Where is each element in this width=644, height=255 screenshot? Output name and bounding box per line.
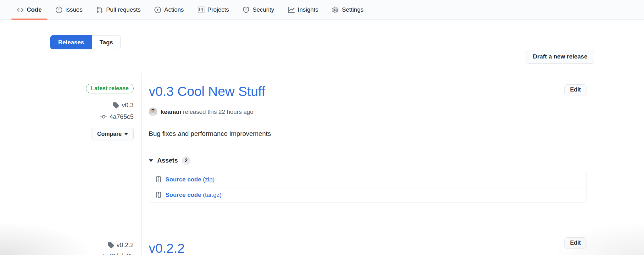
file-zip-icon xyxy=(155,176,162,183)
repo-nav: Code Issues Pull requests Actions Projec… xyxy=(0,0,644,20)
file-zip-icon xyxy=(155,192,162,198)
commit-icon xyxy=(100,114,107,120)
edit-release-button[interactable]: Edit xyxy=(564,84,586,95)
project-icon xyxy=(198,7,204,13)
shield-icon xyxy=(243,7,249,13)
tab-code-label: Code xyxy=(27,6,42,13)
release-commit-label: 4a765c5 xyxy=(109,113,134,120)
release-sidebar: Latest release v0.3 4a765c5 Compare v0.2… xyxy=(50,73,134,255)
issue-opened-icon xyxy=(56,7,62,13)
release-commit-link[interactable]: 21bdc65 xyxy=(100,252,134,255)
tab-settings[interactable]: Settings xyxy=(326,0,369,19)
release-author[interactable]: keanan xyxy=(161,108,181,115)
asset-suffix: (tar.gz) xyxy=(203,191,221,198)
release-commit-label: 21bdc65 xyxy=(109,252,134,255)
avatar[interactable] xyxy=(149,108,157,116)
assets-label: Assets xyxy=(157,157,178,164)
releases-toggle-button[interactable]: Releases xyxy=(50,35,92,49)
compare-button-label: Compare xyxy=(97,131,122,137)
tag-icon xyxy=(108,242,114,248)
tab-settings-label: Settings xyxy=(342,6,364,13)
tab-security-label: Security xyxy=(253,6,274,13)
edit-release-button[interactable]: Edit xyxy=(564,237,586,248)
release-time-text: released this 22 hours ago xyxy=(183,108,253,115)
release-description: Bug fixes and performance improvements xyxy=(149,129,271,139)
latest-release-badge: Latest release xyxy=(86,84,134,93)
release-title-link[interactable]: v0.2.2 xyxy=(149,240,185,255)
play-icon xyxy=(154,7,161,13)
tab-code[interactable]: Code xyxy=(11,0,47,19)
release-byline-text: keanan released this 22 hours ago xyxy=(161,108,253,115)
release-title-link[interactable]: v0.3 Cool New Stuff xyxy=(149,83,265,100)
asset-row-source-targz[interactable]: Source code (tar.gz) xyxy=(149,187,586,202)
tab-actions[interactable]: Actions xyxy=(149,0,189,19)
releases-tags-toggle: Releases Tags xyxy=(50,35,121,49)
release-tag-link[interactable]: v0.2.2 xyxy=(108,241,134,249)
tab-projects-label: Projects xyxy=(208,6,229,13)
asset-name: Source code xyxy=(165,191,201,198)
tab-security[interactable]: Security xyxy=(237,0,280,19)
release-tag-label: v0.3 xyxy=(122,102,134,109)
tab-pull-requests-label: Pull requests xyxy=(106,6,141,13)
tags-toggle-button[interactable]: Tags xyxy=(92,35,121,49)
graph-icon xyxy=(288,7,295,13)
avatar-image xyxy=(149,108,157,116)
caret-down-icon xyxy=(124,133,128,135)
compare-button[interactable]: Compare xyxy=(92,128,134,140)
tab-insights-label: Insights xyxy=(298,6,318,13)
tab-insights[interactable]: Insights xyxy=(282,0,324,19)
asset-suffix: (zip) xyxy=(203,176,214,183)
asset-link: Source code (zip) xyxy=(165,176,214,183)
tab-issues[interactable]: Issues xyxy=(50,0,88,19)
git-pull-request-icon xyxy=(96,7,103,13)
asset-link: Source code (tar.gz) xyxy=(165,191,221,198)
release-commit-link[interactable]: 4a765c5 xyxy=(100,113,134,120)
commit-icon xyxy=(100,253,107,255)
assets-count-badge: 2 xyxy=(182,156,191,165)
description-divider xyxy=(149,149,586,149)
draft-new-release-button[interactable]: Draft a new release xyxy=(526,50,594,64)
gear-icon xyxy=(332,7,339,13)
tab-actions-label: Actions xyxy=(164,6,184,13)
code-icon xyxy=(17,7,24,13)
tab-issues-label: Issues xyxy=(65,6,83,13)
assets-toggle[interactable]: Assets 2 xyxy=(149,156,191,165)
release-byline: keanan released this 22 hours ago xyxy=(149,108,253,116)
tag-icon xyxy=(113,102,119,108)
release-main: v0.3 Cool New Stuff Edit keanan released… xyxy=(149,73,586,255)
tab-pull-requests[interactable]: Pull requests xyxy=(91,0,146,19)
release-tag-label: v0.2.2 xyxy=(117,241,134,249)
release-tag-link[interactable]: v0.3 xyxy=(113,102,134,109)
asset-row-source-zip[interactable]: Source code (zip) xyxy=(149,172,586,187)
sidebar-main-divider xyxy=(142,73,142,255)
assets-disclosure-triangle-icon xyxy=(149,159,153,162)
releases-page: Code Issues Pull requests Actions Projec… xyxy=(0,0,644,255)
tab-projects[interactable]: Projects xyxy=(192,0,235,19)
asset-name: Source code xyxy=(165,176,201,183)
assets-list: Source code (zip) Source code (tar.gz) xyxy=(149,172,586,202)
